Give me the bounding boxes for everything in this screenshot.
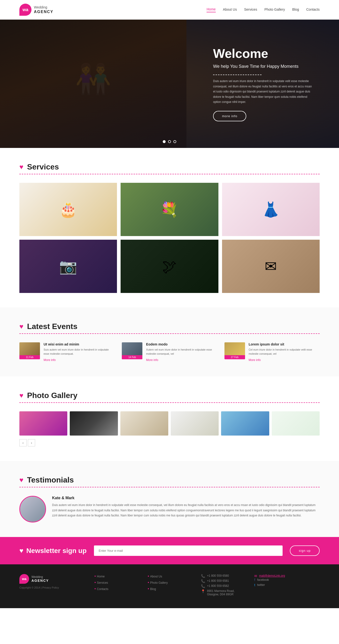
footer-address: 📍 8901 Marmora Road, Glasgow, D04 89GR [201, 589, 244, 596]
service-wedding-flowers[interactable]: 💐 🌸 Wedding flowers [120, 183, 218, 236]
logo-text: Wedding AGENCY [34, 5, 53, 14]
newsletter-signup-button[interactable]: sign up [290, 546, 320, 556]
events-section: ♥ Latest Events 11 Feb Ut wisi enim ad m… [0, 308, 339, 376]
logo[interactable]: wa Wedding AGENCY [19, 4, 53, 16]
testimonials-section: ♥ Testimonials Kate & Mark Duis autem ve… [0, 461, 339, 537]
hero-dots [163, 140, 176, 143]
nav-services[interactable]: Services [244, 8, 257, 12]
testimonial-content: Kate & Mark Duis autem vel eum iriure do… [52, 496, 320, 518]
header: wa Wedding AGENCY Home About Us Services… [0, 0, 339, 20]
footer-copyright: Copyright © 2014 | Privacy Policy [19, 586, 85, 589]
service-wedding-menu[interactable]: 🎂 🍽 Wedding menu [19, 183, 117, 236]
testimonial-avatar [19, 496, 46, 522]
services-title: Services [27, 162, 59, 172]
twitter-icon: t [254, 583, 255, 587]
service-girl-dresses[interactable]: 👗 👗 Girl Dresses [222, 183, 320, 236]
hero-dot-2[interactable] [168, 140, 171, 143]
gallery-grid [19, 411, 320, 436]
gallery-thumb-4[interactable] [171, 411, 219, 436]
event-body-1: Suis autem vel eum iriure dolor in hendr… [44, 348, 114, 356]
service-invitations[interactable]: ✉ ✏ Invitations [222, 240, 320, 293]
nav-home[interactable]: Home [206, 7, 216, 12]
footer-phone-1: 📞 +1 800 559 6580 [201, 574, 244, 578]
gallery-thumb-3[interactable] [120, 411, 168, 436]
event-more-link-3[interactable]: More info [249, 358, 261, 362]
event-card-2: 14 Feb Eodem modo Xutem vel eum iriure d… [122, 342, 217, 362]
gallery-next-button[interactable]: › [28, 439, 35, 446]
services-header: ♥ Services [19, 162, 320, 172]
events-title: Latest Events [27, 322, 78, 331]
hero-dot-3[interactable] [173, 140, 176, 143]
nav-contacts[interactable]: Contacts [306, 8, 320, 12]
footer-link-contacts[interactable]: Contacts [97, 587, 108, 591]
hero-dot-1[interactable] [163, 140, 166, 143]
footer-top: wa Wedding AGENCY Copyright © 2014 | Pri… [19, 574, 320, 596]
footer-link-about[interactable]: About Us [150, 575, 162, 578]
footer-phone-3: 📞 +1 800 559 6582 [201, 584, 244, 588]
event-info-3: Lorem ipsum dolor sit Cel eum iriure dol… [249, 342, 320, 362]
footer-facebook-link[interactable]: facebook [257, 578, 269, 582]
footer-logo-text: Wedding AGENCY [32, 575, 49, 582]
nav-blog[interactable]: Blog [292, 8, 299, 12]
testimonials-heart-icon: ♥ [19, 476, 24, 484]
testimonials-divider [19, 487, 320, 487]
hero-body: Duis autem vel eum iriure dolor in hendr… [213, 79, 315, 105]
footer-col-2: About Us Photo Gallery Blog [148, 574, 191, 596]
event-body-3: Cel eum iriure dolor in hendrerit in vul… [249, 348, 320, 356]
nav-about[interactable]: About Us [223, 8, 237, 12]
gallery-thumb-6[interactable] [272, 411, 320, 436]
service-decorations[interactable]: 🕊 🕊 Decorations [120, 240, 218, 293]
hero-background: 👫 Welcome We help You Save Time for Happ… [0, 20, 339, 148]
nav-gallery[interactable]: Photo Gallery [264, 8, 285, 12]
footer-contact-col: 📞 +1 800 559 6580 📞 +1 800 559 6581 📞 +1… [201, 574, 244, 596]
event-card-1: 11 Feb Ut wisi enim ad minim Suis autem … [19, 342, 114, 362]
event-title-1: Ut wisi enim ad minim [44, 342, 114, 346]
footer-facebook: f facebook [254, 578, 320, 582]
gallery-title: Photo Gallery [27, 391, 78, 400]
gallery-thumb-5[interactable] [221, 411, 269, 436]
newsletter-title: ♥ Newsletter sign up [19, 547, 87, 555]
hero-content: Welcome We help You Save Time for Happy … [213, 46, 315, 121]
footer: wa Wedding AGENCY Copyright © 2014 | Pri… [0, 564, 339, 608]
services-divider [19, 174, 320, 174]
phone-icon-3: 📞 [201, 584, 205, 588]
gallery-thumb-2[interactable] [70, 411, 118, 436]
service-photography[interactable]: 📷 📷 Photography & Video [19, 240, 117, 293]
event-title-3: Lorem ipsum dolor sit [249, 342, 320, 346]
hero-divider [213, 74, 262, 75]
footer-social-col: ✉ mail@demoLink.org f facebook t twitter [254, 574, 320, 596]
gallery-nav: ‹ › [19, 439, 320, 446]
event-date-1: 11 Feb [19, 355, 40, 359]
footer-link-blog[interactable]: Blog [150, 587, 156, 591]
footer-email: ✉ mail@demoLink.org [254, 574, 320, 578]
gallery-heart-icon: ♥ [19, 392, 24, 400]
phone-icon-2: 📞 [201, 579, 205, 583]
event-more-link-2[interactable]: More info [146, 358, 158, 362]
event-body-2: Xutem vel eum iriure dolor in hendrerit … [146, 348, 217, 356]
event-more-link-1[interactable]: More info [44, 358, 56, 362]
services-section: ♥ Services 🎂 🍽 Wedding menu 💐 🌸 Wedding … [0, 148, 339, 308]
footer-link-home[interactable]: Home [97, 575, 104, 578]
footer-link-gallery[interactable]: Photo Gallery [150, 581, 168, 584]
services-heart-icon: ♥ [19, 163, 24, 171]
footer-twitter: t twitter [254, 583, 320, 587]
events-header: ♥ Latest Events [19, 322, 320, 331]
gallery-thumb-1[interactable] [19, 411, 67, 436]
testimonials-title: Testimonials [27, 476, 74, 484]
testimonial-text: Duis autem vel eum iriure dolor in hendr… [52, 502, 320, 518]
gallery-section: ♥ Photo Gallery ‹ › [0, 376, 339, 461]
newsletter-email-input[interactable] [94, 546, 283, 556]
gallery-prev-button[interactable]: ‹ [19, 439, 27, 446]
hero-subtitle: We help You Save Time for Happy Moments [213, 63, 315, 70]
main-nav: Home About Us Services Photo Gallery Blo… [206, 7, 320, 12]
event-info-1: Ut wisi enim ad minim Suis autem vel eum… [44, 342, 114, 362]
event-card-3: 27 Feb Lorem ipsum dolor sit Cel eum iri… [224, 342, 320, 362]
event-date-2: 14 Feb [122, 355, 142, 359]
footer-twitter-link[interactable]: twitter [257, 583, 265, 586]
event-info-2: Eodem modo Xutem vel eum iriure dolor in… [146, 342, 217, 362]
hero-more-button[interactable]: more info [213, 111, 246, 121]
newsletter-heart-icon: ♥ [19, 547, 24, 555]
footer-link-services[interactable]: Services [97, 581, 108, 584]
footer-email-link[interactable]: mail@demoLink.org [259, 574, 285, 578]
testimonials-header: ♥ Testimonials [19, 476, 320, 484]
